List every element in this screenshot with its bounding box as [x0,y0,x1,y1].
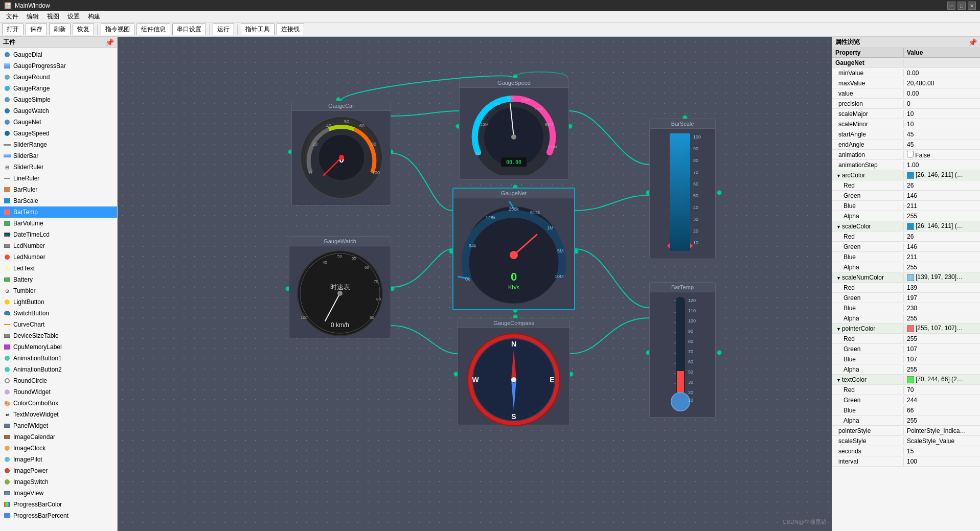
prop-textcolor-blue[interactable]: Blue 66 [832,405,980,415]
right-panel-pin[interactable]: 📌 [968,38,977,47]
menu-view[interactable]: 视图 [43,11,63,22]
prop-arccolor[interactable]: ▼arcColor [26, 146, 211] (… [832,170,980,180]
widget-item-imageswitch[interactable]: ImageSwitch [0,476,117,488]
center-canvas[interactable]: GaugeCar 0 [118,37,832,531]
left-panel-pin[interactable]: 📌 [105,38,114,47]
widget-item-cpumemorylabel[interactable]: CpuMemoryLabel [0,341,117,353]
prop-scalenumcolor-red[interactable]: Red 139 [832,283,980,293]
prop-scalenumcolor[interactable]: ▼scaleNumColor [139, 197, 230]… [832,272,980,283]
prop-scalecolor[interactable]: ▼scaleColor [26, 146, 211] (… [832,221,980,232]
widget-item-gaugeround[interactable]: GaugeRound [0,72,117,83]
widget-item-sliderbar[interactable]: SliderBar [0,150,117,161]
toolbar-refresh[interactable]: 刷新 [49,24,71,35]
prop-maxvalue[interactable]: maxValue 20,480.00 [832,78,980,88]
toolbar-cmd-view[interactable]: 指令视图 [101,24,134,35]
toolbar-open[interactable]: 打开 [2,24,24,35]
widget-item-imagecalendar[interactable]: ImageCalendar [0,431,117,443]
minimize-button[interactable]: ─ [947,2,955,10]
prop-pointercolor[interactable]: ▼pointerColor [255, 107, 107]… [832,324,980,334]
widget-item-gaugespeed[interactable]: GaugeSpeed [0,128,117,139]
widget-item-lcdnumber[interactable]: LcdNumber [0,240,117,251]
prop-scalecolor-green[interactable]: Green 146 [832,242,980,252]
widget-item-bartemp[interactable]: BarTemp [0,206,117,218]
toolbar-connect-line[interactable]: 连接线 [277,24,304,35]
widget-item-colorcombobox[interactable]: 🎨 ColorComboBox [0,398,117,409]
menu-file[interactable]: 文件 [2,11,22,22]
widget-item-animationbutton1[interactable]: AnimationButton1 [0,353,117,364]
widget-item-tumbler[interactable]: ⊙ Tumbler [0,285,117,296]
prop-seconds[interactable]: seconds 15 [832,446,980,456]
widget-gaugecar[interactable]: GaugeCar 0 [291,101,391,205]
widget-item-lineruler[interactable]: LineRuler [0,173,117,184]
prop-arccolor-red[interactable]: Red 26 [832,180,980,191]
prop-scalecolor-blue[interactable]: Blue 211 [832,252,980,262]
widget-item-animationbutton2[interactable]: AnimationButton2 [0,364,117,375]
prop-animation[interactable]: animation False [832,150,980,160]
widget-item-imagepower[interactable]: ImagePower [0,465,117,476]
widget-item-battery[interactable]: Battery [0,274,117,285]
widget-item-progressbarpercent[interactable]: ProgressBarPercent [0,510,117,521]
toolbar-run[interactable]: 运行 [213,24,234,35]
prop-pointercolor-blue[interactable]: Blue 107 [832,354,980,364]
prop-startangle[interactable]: startAngle 45 [832,129,980,140]
widget-item-ledtext[interactable]: A LedText [0,263,117,274]
prop-scaleminor[interactable]: scaleMinor 10 [832,119,980,129]
prop-textcolor-red[interactable]: Red 70 [832,385,980,395]
prop-pointercolor-red[interactable]: Red 255 [832,334,980,344]
prop-textcolor-alpha[interactable]: Alpha 255 [832,415,980,426]
widget-item-lednumber[interactable]: LedNumber [0,251,117,263]
menu-settings[interactable]: 设置 [63,11,84,22]
widget-item-panelwidget[interactable]: PanelWidget [0,420,117,431]
widget-item-gaugenet[interactable]: GaugeNet [0,117,117,128]
prop-textcolor[interactable]: ▼textColor [70, 244, 66] (2… [832,375,980,385]
prop-pointerstyle[interactable]: pointerStyle PointerStyle_Indica… [832,426,980,436]
toolbar-serial-settings[interactable]: 串口设置 [172,24,206,35]
widget-item-switchbutton[interactable]: SwitchButton [0,308,117,319]
toolbar-pointer-tool[interactable]: 指针工具 [241,24,275,35]
widget-item-gaugedial[interactable]: GaugeDial [0,49,117,60]
prop-arccolor-green[interactable]: Green 146 [832,191,980,201]
prop-scalemajor[interactable]: scaleMajor 10 [832,109,980,119]
widget-gaugewatch[interactable]: GaugeWatch 45 50 55 60 70 80 90 100 [289,236,391,338]
menu-build[interactable]: 构建 [84,11,104,22]
widget-item-datetimelcd[interactable]: LCD DateTimeLcd [0,229,117,240]
widget-gaugenet[interactable]: GaugeNet 0k 64k 128k 256k 512k 1M 5M 1 [452,188,575,310]
widget-item-imageview[interactable]: ImageView [0,488,117,499]
menu-edit[interactable]: 编辑 [22,11,43,22]
widget-item-barvolume[interactable]: BarVolume [0,218,117,229]
prop-pointercolor-green[interactable]: Green 107 [832,344,980,354]
prop-animationstep[interactable]: animationStep 1.00 [832,160,980,170]
prop-pointercolor-alpha[interactable]: Alpha 255 [832,364,980,375]
widget-item-imageclock[interactable]: ImageClock [0,443,117,454]
prop-arccolor-blue[interactable]: Blue 211 [832,201,980,211]
conn-dot-bartemp-right[interactable] [717,350,722,355]
animation-checkbox[interactable] [907,151,914,157]
widget-item-gaugesimple[interactable]: GaugeSimple [0,94,117,105]
widget-item-barscale[interactable]: BarScale [0,195,117,206]
prop-endangle[interactable]: endAngle 45 [832,140,980,150]
widget-item-imagepilot[interactable]: ImagePilot [0,454,117,465]
prop-scalecolor-alpha[interactable]: Alpha 255 [832,262,980,272]
widget-gaugespeed[interactable]: GaugeSpeed 0M 13M 25M 38M 53M 75M [459,78,569,180]
widget-item-gaugerange[interactable]: GaugeRange [0,83,117,94]
prop-interval[interactable]: interval 100 [832,456,980,467]
widget-item-sliderrange[interactable]: SliderRange [0,139,117,150]
widget-item-roundwidget[interactable]: RoundWidget [0,386,117,398]
widget-item-barruler[interactable]: BarRuler [0,184,117,195]
widget-gaugecompass[interactable]: GaugeCompass N E S W [458,318,570,425]
conn-dot-barscale-right[interactable] [717,190,722,195]
widget-item-lightbutton[interactable]: LightButton [0,296,117,308]
prop-textcolor-green[interactable]: Green 244 [832,395,980,405]
widget-item-slideruler[interactable]: ⊟ SliderRuler [0,161,117,173]
widget-item-textmovewidget[interactable]: ⇄ TextMoveWidget [0,409,117,420]
restore-button[interactable]: □ [958,2,966,10]
widget-item-curvechart[interactable]: CurveChart [0,319,117,330]
prop-scalestyle[interactable]: scaleStyle ScaleStyle_Value [832,436,980,446]
widget-item-gaugeprogressbar[interactable]: GaugeProgressBar [0,60,117,72]
widget-item-devicesizetable[interactable]: DeviceSizeTable [0,330,117,341]
prop-scalenumcolor-green[interactable]: Green 197 [832,293,980,303]
prop-minvalue[interactable]: minValue 0.00 [832,68,980,78]
widget-bartemp[interactable]: BarTemp 120 110 100 90 80 70 60 [649,282,716,418]
prop-scalecolor-red[interactable]: Red 26 [832,232,980,242]
prop-arccolor-alpha[interactable]: Alpha 255 [832,211,980,221]
